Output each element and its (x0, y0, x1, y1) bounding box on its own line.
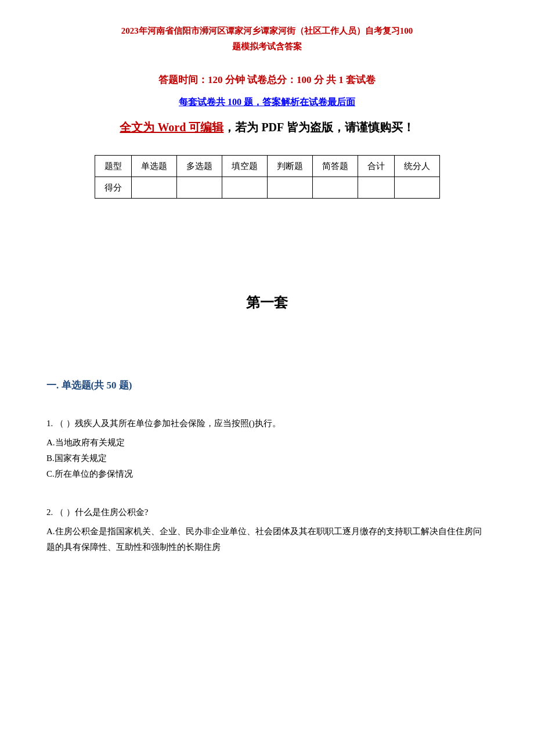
table-cell-header-1: 单选题 (131, 155, 176, 177)
question-2-text: 2. （ ）什么是住房公积金? (46, 505, 488, 519)
table-cell-score-3 (222, 177, 267, 198)
table-cell-score-4 (267, 177, 312, 198)
question-2: 2. （ ）什么是住房公积金? A.住房公积金是指国家机关、企业、民办非企业单位… (46, 505, 488, 555)
exam-info: 答题时间：120 分钟 试卷总分：100 分 共 1 套试卷 (46, 72, 488, 88)
table-score-row: 得分 (95, 177, 439, 198)
table-cell-score-6 (358, 177, 394, 198)
question-1-options: A.当地政府有关规定 B.国家有关规定 C.所在单位的参保情况 (46, 435, 488, 482)
set-label: 第一套 (46, 291, 488, 314)
table-cell-score-5 (312, 177, 358, 198)
table-cell-header-4: 判断题 (267, 155, 312, 177)
question-1-text: 1. （ ）残疾人及其所在单位参加社会保险，应当按照()执行。 (46, 416, 488, 430)
question-2-options: A.住房公积金是指国家机关、企业、民办非企业单位、社会团体及其在职职工逐月缴存的… (46, 524, 488, 555)
question-1: 1. （ ）残疾人及其所在单位参加社会保险，应当按照()执行。 A.当地政府有关… (46, 416, 488, 482)
page-title: 2023年河南省信阳市浉河区谭家河乡谭家河街（社区工作人员）自考复习100 题模… (46, 23, 488, 55)
score-table: 题型 单选题 多选题 填空题 判断题 简答题 合计 统分人 得分 (95, 155, 440, 199)
table-cell-score-7 (394, 177, 439, 198)
question-2-option-a: A.住房公积金是指国家机关、企业、民办非企业单位、社会团体及其在职职工逐月缴存的… (46, 524, 488, 555)
question-1-option-a: A.当地政府有关规定 (46, 435, 488, 451)
question-1-option-b: B.国家有关规定 (46, 451, 488, 466)
section1-title: 一. 单选题(共 50 题) (46, 377, 488, 393)
table-cell-score-2 (176, 177, 222, 198)
table-cell-header-3: 填空题 (222, 155, 267, 177)
question-1-option-c: C.所在单位的参保情况 (46, 466, 488, 482)
table-cell-score-label: 得分 (95, 177, 131, 198)
table-cell-header-5: 简答题 (312, 155, 358, 177)
word-notice: 全文为 Word 可编辑，若为 PDF 皆为盗版，请谨慎购买！ (46, 117, 488, 138)
table-cell-header-2: 多选题 (176, 155, 222, 177)
table-cell-header-6: 合计 (358, 155, 394, 177)
table-cell-header-7: 统分人 (394, 155, 439, 177)
exam-notice: 每套试卷共 100 题，答案解析在试卷最后面 (46, 95, 488, 110)
word-editable-label: 全文为 Word 可编辑 (120, 121, 223, 134)
table-cell-score-1 (131, 177, 176, 198)
table-header-row: 题型 单选题 多选题 填空题 判断题 简答题 合计 统分人 (95, 155, 439, 177)
table-cell-header-0: 题型 (95, 155, 131, 177)
word-notice-rest: ，若为 PDF 皆为盗版，请谨慎购买！ (223, 121, 414, 134)
